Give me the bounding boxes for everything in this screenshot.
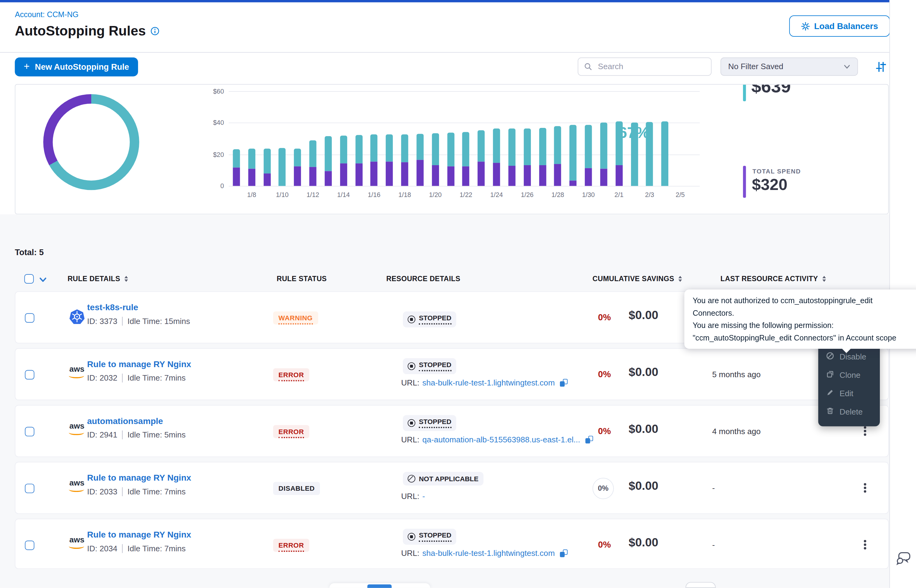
saved-filter-dropdown[interactable]: No Filter Saved [720,58,858,76]
row-checkbox[interactable] [25,484,34,493]
stacked-bar[interactable] [371,134,377,186]
stacked-bar[interactable] [477,130,485,186]
savings-segment [340,136,347,163]
info-icon[interactable] [151,27,160,36]
stacked-bar[interactable] [401,134,408,186]
bottom-right-button[interactable] [685,582,716,588]
resource-url-link[interactable]: qa-automation-alb-515563988.us-east-1.el… [422,435,580,444]
row-checkbox[interactable] [25,313,34,323]
gridline [229,186,700,187]
stacked-bar[interactable] [263,149,270,186]
disable-icon [826,352,834,362]
x-axis-tick-label: 1/20 [422,191,448,198]
stacked-bar[interactable] [585,124,592,186]
last-activity: - [712,541,715,549]
resource-url-link[interactable]: - [422,492,425,501]
stacked-bar[interactable] [432,133,439,186]
stacked-bar[interactable] [248,149,255,186]
stacked-bar[interactable] [294,149,301,186]
sort-icon[interactable] [678,276,682,282]
resource-state-badge[interactable]: STOPPED [403,529,456,544]
stacked-bar[interactable] [600,122,607,186]
stacked-bar[interactable] [524,129,531,186]
resource-state-badge[interactable]: STOPPED [403,415,456,431]
menu-item-clone[interactable]: Clone [818,366,880,384]
column-last-resource-activity[interactable]: LAST RESOURCE ACTIVITY [720,275,826,283]
stacked-bar[interactable] [570,124,576,186]
spend-segment [585,168,592,186]
spend-segment [477,162,485,186]
filter-panel-icon[interactable] [875,61,887,73]
row-options-kebab-icon[interactable] [861,481,868,494]
menu-item-delete[interactable]: Delete [818,402,880,421]
chat-support-icon[interactable] [895,551,912,567]
x-axis-tick-label: 1/12 [300,191,326,198]
stacked-bar[interactable] [661,121,668,186]
stacked-bar[interactable] [355,135,362,186]
stacked-bar[interactable] [340,136,347,186]
stacked-bar[interactable] [646,122,653,186]
pagination-current-page[interactable] [367,584,392,588]
y-axis-tick-label: $40 [193,119,224,126]
savings-segment [309,141,316,167]
row-checkbox[interactable] [25,370,34,380]
column-rule-details[interactable]: RULE DETAILS [68,275,128,283]
stacked-bar[interactable] [325,136,332,186]
spend-segment [371,162,377,186]
menu-item-label: Edit [840,389,853,398]
copy-icon[interactable] [585,436,593,443]
stacked-bar[interactable] [309,141,316,186]
row-checkbox[interactable] [25,541,34,550]
rule-name-link[interactable]: Rule to manage RY Nginx [87,473,191,483]
copy-icon[interactable] [560,549,568,557]
copy-icon[interactable] [560,379,568,387]
stacked-bar[interactable] [233,149,240,186]
sort-icon[interactable] [124,276,128,282]
spend-segment [554,164,561,186]
resource-url-link[interactable]: sha-bulk-rule-test-1.lightwingtest.com [422,378,555,387]
rule-status-badge[interactable]: WARNING [273,312,318,325]
x-axis-tick-label: 2/5 [667,191,693,198]
stacked-bar[interactable] [539,128,546,186]
rule-name-link[interactable]: test-k8s-rule [87,302,138,312]
stacked-bar[interactable] [493,129,500,186]
table-row: aws Rule to manage RY Nginx ID: 2032Idle… [15,348,889,400]
rule-name-link[interactable]: Rule to manage RY Nginx [87,359,191,369]
column-cumulative-savings[interactable]: CUMULATIVE SAVINGS [592,275,682,283]
rule-name-link[interactable]: automationsample [87,416,163,426]
x-axis-tick-label: 1/22 [453,191,479,198]
resource-state-badge[interactable]: NOT APPLICABLE [403,472,483,486]
new-autostopping-rule-button[interactable]: + New AutoStopping Rule [15,58,138,76]
stacked-bar[interactable] [447,132,454,186]
search-input[interactable] [597,61,705,71]
stacked-bar[interactable] [554,126,561,186]
aws-icon: aws [69,422,86,435]
select-menu-chevron-icon[interactable] [39,277,47,283]
stacked-bar[interactable] [631,123,638,186]
menu-item-edit[interactable]: Edit [818,384,880,402]
rule-status-badge[interactable]: ERROR [273,425,309,438]
rule-status-badge[interactable]: DISABLED [273,482,320,495]
row-options-kebab-icon[interactable] [861,538,868,551]
rule-status-badge[interactable]: ERROR [273,539,309,552]
stacked-bar[interactable] [508,129,515,186]
savings-segment [278,148,286,186]
select-all-checkbox[interactable] [24,274,34,284]
resource-state-badge[interactable]: STOPPED [403,312,456,327]
resource-url-link[interactable]: sha-bulk-rule-test-1.lightwingtest.com [422,549,555,558]
stacked-bar[interactable] [416,134,423,186]
stacked-bar[interactable] [278,148,286,186]
stacked-bar[interactable] [386,134,393,186]
rule-meta: ID: 2032Idle Time: 7mins [87,373,186,383]
menu-item-label: Disable [840,352,866,361]
resource-state-badge[interactable]: STOPPED [403,358,456,374]
sort-icon[interactable] [822,276,826,282]
row-checkbox[interactable] [25,427,34,436]
last-activity: - [712,484,715,493]
account-breadcrumb[interactable]: Account: CCM-NG [15,10,78,19]
rule-status-badge[interactable]: ERROR [273,368,309,381]
stacked-bar[interactable] [462,132,469,186]
rule-name-link[interactable]: Rule to manage RY Nginx [87,530,191,540]
stacked-bar[interactable] [615,121,622,186]
load-balancers-button[interactable]: Load Balancers [789,15,890,37]
